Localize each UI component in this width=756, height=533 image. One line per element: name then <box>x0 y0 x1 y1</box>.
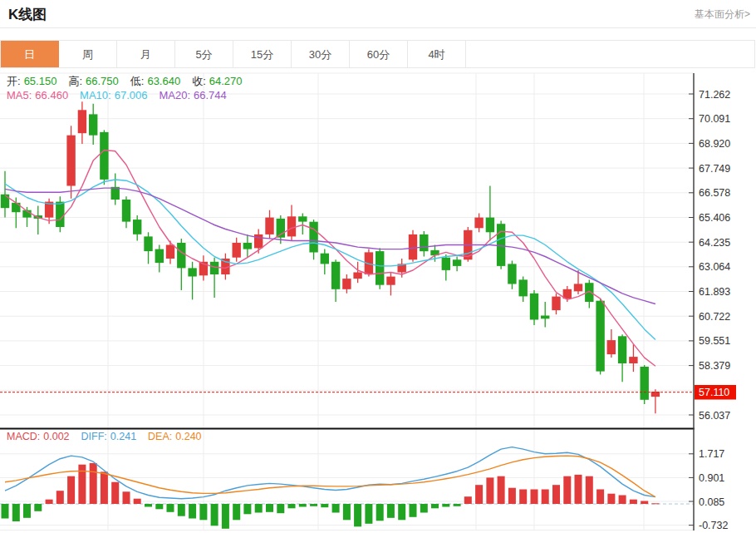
macd-bar <box>365 504 372 524</box>
macd-bar <box>464 496 472 504</box>
macd-bar <box>123 491 130 504</box>
macd-bar <box>178 504 185 516</box>
macd-bar <box>508 488 516 504</box>
macd-bar <box>310 504 317 506</box>
macd-bar <box>277 504 284 513</box>
macd-bar <box>332 504 340 513</box>
candle <box>486 218 494 233</box>
macd-value: 0.002 <box>43 431 69 442</box>
candle <box>100 132 108 180</box>
macd-bar <box>498 476 505 504</box>
candle <box>243 243 252 249</box>
macd-bar <box>343 504 351 520</box>
price-axis-label: 64.235 <box>699 237 730 249</box>
open-value: 65.150 <box>24 75 57 87</box>
macd-bar <box>542 490 549 505</box>
ma20-label: MA20: <box>159 89 190 101</box>
macd-bar <box>641 501 648 505</box>
close-value: 64.270 <box>209 75 243 87</box>
low-label: 低: <box>130 75 145 87</box>
macd-bar <box>56 491 64 504</box>
candle <box>56 202 64 227</box>
macd-bar <box>398 504 405 520</box>
macd-bar <box>410 504 417 517</box>
macd-bar <box>155 504 163 509</box>
macd-bar <box>586 476 593 504</box>
candle <box>233 243 241 258</box>
macd-bar <box>607 494 615 504</box>
candle <box>641 367 649 400</box>
price-axis-label: 68.920 <box>699 138 730 150</box>
macd-axis-label: 0.085 <box>699 496 724 508</box>
ma5-label: MA5: <box>7 89 32 101</box>
candle <box>1 195 9 209</box>
macd-bar <box>651 503 659 504</box>
macd-bar <box>255 504 263 513</box>
candle <box>66 136 75 186</box>
candle <box>321 254 329 264</box>
low-value: 63.640 <box>147 75 180 87</box>
open-label: 开: <box>7 75 21 87</box>
price-axis-label: 59.551 <box>699 335 730 347</box>
candle <box>420 234 428 251</box>
kline-page: 71.26270.09168.92067.74966.57865.40664.2… <box>0 0 756 533</box>
macd-bar <box>145 504 152 507</box>
price-axis-label: 66.578 <box>699 187 730 199</box>
macd-bar <box>420 504 428 513</box>
candle <box>177 243 185 268</box>
price-axis-label: 60.722 <box>699 311 730 323</box>
macd-bar <box>2 504 9 519</box>
macd-bar <box>266 504 273 512</box>
candle <box>607 340 616 354</box>
price-axis-label: 70.091 <box>699 113 730 125</box>
macd-legend: MACD:0.002DIFF:0.241DEA:0.240 <box>7 431 205 442</box>
candle <box>453 259 461 266</box>
candle <box>618 336 626 363</box>
macd-bar <box>34 504 42 511</box>
ma5-value: 66.460 <box>35 89 68 101</box>
candle <box>331 262 340 289</box>
macd-bar <box>552 485 560 504</box>
ohlc-legend: 开:65.150高:66.750低:63.640收:64.270 <box>7 74 246 89</box>
candle <box>519 279 528 296</box>
macd-bar <box>442 504 449 507</box>
macd-bar <box>101 471 108 504</box>
candle <box>442 258 450 270</box>
candle <box>89 114 97 135</box>
macd-bar <box>519 490 527 505</box>
ma-legend: MA5:66.460MA10:67.006MA20:66.744 <box>7 89 230 101</box>
high-label: 高: <box>68 75 82 87</box>
candle <box>133 220 141 234</box>
macd-bar <box>243 504 251 514</box>
candle <box>188 268 196 276</box>
price-axis-label: 61.893 <box>699 286 730 298</box>
price-axis-label: 65.406 <box>699 212 730 224</box>
candle <box>409 234 417 259</box>
candle <box>508 264 516 284</box>
candle <box>552 297 560 311</box>
price-axis-label: 58.379 <box>699 360 730 372</box>
macd-bar <box>454 504 461 506</box>
macd-bar <box>23 504 31 518</box>
candle <box>265 218 273 234</box>
macd-bar <box>575 475 582 504</box>
candle <box>309 222 317 253</box>
macd-bar <box>387 504 395 518</box>
candle <box>574 284 582 291</box>
candle <box>386 277 395 285</box>
candle <box>287 216 296 236</box>
candle <box>629 357 637 363</box>
ma10-label: MA10: <box>80 89 111 101</box>
candle <box>210 262 218 274</box>
candle <box>144 236 152 251</box>
candle <box>298 216 307 221</box>
ma20-line <box>5 188 655 304</box>
macd-bar <box>563 476 571 504</box>
macd-bar <box>189 504 196 519</box>
macd-axis-label: -0.732 <box>699 520 728 531</box>
price-badge-value: 57.110 <box>699 387 729 398</box>
candle <box>376 251 384 285</box>
candle <box>122 200 130 222</box>
candle <box>353 273 361 279</box>
dea-value: 0.240 <box>175 431 201 442</box>
